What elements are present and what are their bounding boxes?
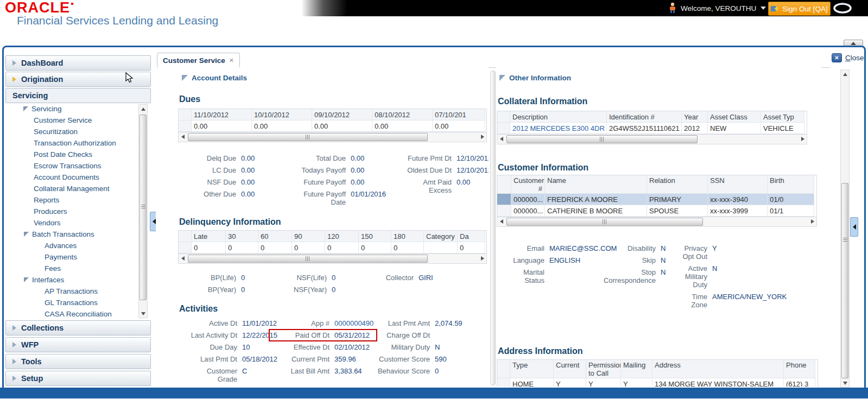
cell: FREDRICK A MOORE	[545, 194, 647, 205]
tree-item-casa-reconciliation[interactable]: CASA Reconciliation	[5, 308, 150, 317]
cell: NEW	[708, 123, 761, 134]
field-label: Future Payoff	[281, 178, 346, 186]
scroll-left-arrow[interactable]	[179, 132, 187, 141]
tree-item-producers[interactable]: Producers	[5, 206, 150, 217]
tab-customer-service[interactable]: Customer Service	[157, 53, 240, 67]
cell: 0	[325, 242, 359, 254]
panel-splitter[interactable]	[490, 71, 496, 385]
tree-item-advances[interactable]: Advances	[5, 240, 150, 251]
row-gutter	[179, 231, 192, 242]
tree-item-transaction-authorization[interactable]: Transaction Authorization	[5, 137, 150, 149]
tree-node-batch-transactions[interactable]: Batch Transactions	[5, 229, 150, 240]
tree-item-customer-service[interactable]: Customer Service	[5, 115, 150, 126]
tree-item-ap-transactions[interactable]: AP Transactions	[5, 286, 150, 297]
collateral-horizontal-scrollbar[interactable]	[497, 134, 807, 144]
dues-horizontal-scrollbar[interactable]	[179, 132, 486, 142]
field-nsf-due: NSF Due0.00	[187, 178, 255, 186]
expanded-node-icon[interactable]	[24, 232, 29, 237]
cell: 01/1	[768, 205, 814, 217]
sidebar: DashBoard Origination Servicing Servicin…	[5, 51, 151, 387]
scroll-down-arrow[interactable]	[139, 309, 147, 318]
column-header: Name	[545, 175, 647, 194]
tree-item-reports[interactable]: Reports	[5, 194, 150, 206]
tree-label: GL Transactions	[45, 297, 98, 308]
field-label: BP(Life)	[187, 274, 236, 282]
scroll-down-arrow[interactable]	[841, 379, 849, 387]
scroll-left-arrow[interactable]	[497, 135, 505, 143]
sidebar-section-servicing[interactable]: Servicing	[5, 88, 151, 103]
tree-item-gl-transactions[interactable]: GL Transactions	[5, 297, 150, 308]
tree-item-collateral-management[interactable]: Collateral Management	[5, 183, 150, 194]
scroll-grip	[306, 256, 310, 261]
right-panel-collapse-handle[interactable]	[850, 217, 858, 237]
expanded-node-icon[interactable]	[23, 106, 28, 111]
delinquency-data-row[interactable]: 0 0 0 0 0 0 0 0	[179, 242, 486, 254]
field-value: 3,383.64	[334, 367, 362, 375]
address-data-row[interactable]: HOME Y Y Y 134 MORGE WAY WINSTON-SALEM (…	[497, 378, 818, 387]
column-header: 11/10/2012	[192, 109, 252, 121]
tab-close-icon[interactable]	[229, 57, 234, 64]
collateral-description-link[interactable]: 2012 MERCEDES E300 4DR	[510, 123, 607, 134]
tree-label: Reports	[34, 194, 59, 206]
scrollbar-thumb[interactable]	[188, 133, 428, 141]
tree-scrollbar[interactable]	[138, 104, 148, 318]
column-header: Address	[652, 360, 784, 378]
sign-out-button[interactable]: Sign Out [QA]	[768, 2, 831, 16]
field-total-due: Total Due0.00	[281, 154, 386, 162]
account-details-header[interactable]: Account Details	[182, 74, 247, 82]
scrollbar-thumb[interactable]	[506, 218, 703, 226]
tree-item-escrow-transactions[interactable]: Escrow Transactions	[5, 160, 150, 172]
tree-item-securitization[interactable]: Securitization	[5, 126, 150, 137]
tree-node-servicing[interactable]: Servicing	[5, 103, 150, 115]
tree-scrollbar-thumb[interactable]	[140, 115, 147, 300]
scroll-left-arrow[interactable]	[497, 217, 505, 226]
tree-node-interfaces[interactable]: Interfaces	[5, 274, 150, 286]
field-label: Disability	[599, 244, 656, 252]
tree-item-vendors[interactable]: Vendors	[5, 217, 150, 229]
scroll-right-arrow[interactable]	[478, 254, 486, 263]
other-information-header[interactable]: Other Information	[499, 74, 571, 82]
tree-item-post-date-checks[interactable]: Post Date Checks	[5, 149, 150, 160]
sidebar-section-collections[interactable]: Collections	[5, 320, 151, 335]
scroll-right-arrow[interactable]	[799, 135, 807, 143]
scroll-up-arrow[interactable]	[139, 105, 147, 113]
field-value: 11/01/2012	[242, 319, 277, 327]
tree-item-fees[interactable]: Fees	[5, 263, 150, 274]
column-header: 10/10/2012	[252, 109, 312, 121]
collateral-table: Description Identification # Year Asset …	[497, 111, 807, 144]
delinquency-horizontal-scrollbar[interactable]	[179, 254, 486, 263]
scroll-right-arrow[interactable]	[808, 217, 816, 226]
app-number-link[interactable]: 0000000490	[334, 319, 373, 327]
field-label: Future Pmt Dt	[387, 154, 452, 162]
customer-horizontal-scrollbar[interactable]	[497, 217, 816, 226]
scroll-left-arrow[interactable]	[179, 254, 187, 263]
dues-data-row[interactable]: 0.00 0.00 0.00 0.00 0.00	[179, 121, 486, 132]
scroll-right-arrow[interactable]	[478, 132, 486, 141]
customer-row-selected[interactable]: 000000... FREDRICK A MOORE PRIMARY xx-xx…	[497, 194, 816, 205]
tree-label: Payments	[45, 251, 77, 263]
main-scrollbar-thumb[interactable]	[841, 183, 848, 378]
oracle-ring-icon[interactable]	[833, 2, 852, 16]
expanded-node-icon[interactable]	[24, 277, 29, 282]
welcome-menu[interactable]: Welcome, VEROUTHU	[669, 2, 766, 14]
account-details-panel: Account Details Dues 11/10/2012 10/10/20…	[156, 67, 489, 387]
field-value: 2,074.59	[435, 319, 462, 327]
customer-row[interactable]: 000000... CATHERINE B MOORE SPOUSE xx-xx…	[497, 205, 816, 217]
sidebar-section-wfp[interactable]: WFP	[5, 337, 151, 352]
collateral-data-row[interactable]: 2012 MERCEDES E300 4DR 2G4WS52J151110621…	[497, 123, 807, 134]
tree-item-account-documents[interactable]: Account Documents	[5, 172, 150, 183]
column-header: Phone	[784, 360, 815, 378]
sidebar-section-dashboard[interactable]: DashBoard	[5, 55, 151, 71]
field-value: 0	[435, 367, 439, 375]
scrollbar-thumb[interactable]	[506, 135, 698, 143]
collector-field-group: CollectorGIRI	[373, 274, 433, 286]
scroll-up-arrow[interactable]	[841, 70, 849, 78]
tree-item-payments[interactable]: Payments	[5, 251, 150, 263]
scrollbar-thumb[interactable]	[188, 255, 428, 263]
column-header: Permission to Call	[586, 360, 621, 378]
sidebar-section-setup[interactable]: Setup	[5, 371, 151, 386]
field-nsf-year: NSF(Year)0	[281, 286, 335, 294]
sidebar-section-tools[interactable]: Tools	[5, 354, 151, 369]
main-vertical-scrollbar[interactable]	[840, 69, 850, 388]
close-button[interactable]: Close	[832, 53, 864, 62]
